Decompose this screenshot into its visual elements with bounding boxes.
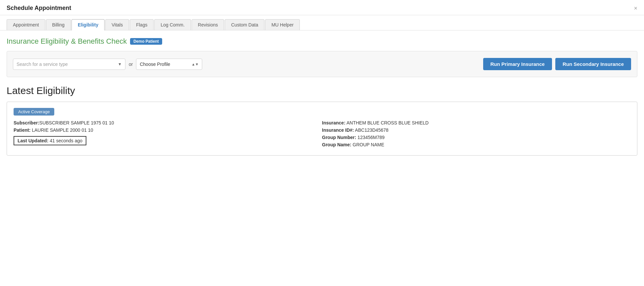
run-primary-insurance-button[interactable]: Run Primary Insurance — [483, 58, 552, 70]
group-name-value: GROUP NAME — [353, 142, 384, 147]
group-name-label: Group Name: — [322, 142, 351, 147]
close-button[interactable]: × — [634, 5, 637, 11]
search-bar-container: Search for a service type ▼ or Choose Pr… — [7, 51, 637, 77]
demo-patient-badge: Demo Patient — [130, 38, 162, 45]
patient-value: LAURIE SAMPLE 2000 01 10 — [32, 127, 93, 133]
insurance-line: Insurance: ANTHEM BLUE CROSS BLUE SHIELD — [322, 120, 630, 125]
eligibility-right-column: Insurance: ANTHEM BLUE CROSS BLUE SHIELD… — [322, 120, 630, 149]
latest-eligibility-section: Latest Eligibility Active Coverage Subsc… — [7, 85, 637, 156]
subscriber-line: Subscriber:SUBSCRIBER SAMPLE 1975 01 10 — [14, 120, 322, 125]
eligibility-body: Subscriber:SUBSCRIBER SAMPLE 1975 01 10 … — [14, 120, 630, 149]
or-label: or — [129, 62, 133, 67]
tab-billing[interactable]: Billing — [46, 19, 71, 30]
group-name-line: Group Name: GROUP NAME — [322, 142, 630, 147]
insurance-label: Insurance: — [322, 120, 345, 125]
tab-log-comm[interactable]: Log Comm. — [154, 19, 191, 30]
service-type-arrow-icon: ▼ — [118, 62, 122, 67]
insurance-value: ANTHEM BLUE CROSS BLUE SHIELD — [346, 120, 429, 125]
group-number-value: 123456M789 — [357, 135, 385, 140]
content-area: Insurance Eligibility & Benefits Check D… — [0, 30, 644, 162]
tab-vitals[interactable]: Vitals — [105, 19, 129, 30]
subscriber-value: SUBSCRIBER SAMPLE 1975 01 10 — [39, 120, 114, 125]
last-updated-value: 41 seconds ago — [50, 138, 82, 143]
tab-appointment[interactable]: Appointment — [7, 19, 45, 30]
tab-flags[interactable]: Flags — [130, 19, 154, 30]
tab-eligibility[interactable]: Eligibility — [71, 19, 105, 30]
patient-line: Patient: LAURIE SAMPLE 2000 01 10 — [14, 127, 322, 133]
group-number-label: Group Number: — [322, 135, 356, 140]
insurance-id-value: ABC123D45678 — [355, 127, 389, 133]
tab-custom-data[interactable]: Custom Data — [225, 19, 264, 30]
eligibility-left-column: Subscriber:SUBSCRIBER SAMPLE 1975 01 10 … — [14, 120, 322, 149]
profile-select-arrows-icon: ▲▼ — [192, 62, 199, 66]
choose-profile-label: Choose Profile — [140, 62, 189, 67]
group-number-line: Group Number: 123456M789 — [322, 135, 630, 140]
section-title-row: Insurance Eligibility & Benefits Check D… — [7, 37, 637, 46]
latest-eligibility-title: Latest Eligibility — [7, 85, 637, 96]
tabs-bar: Appointment Billing Eligibility Vitals F… — [0, 15, 644, 30]
tab-mu-helper[interactable]: MU Helper — [265, 19, 300, 30]
insurance-id-line: Insurance ID#: ABC123D45678 — [322, 127, 630, 133]
run-secondary-insurance-button[interactable]: Run Secondary Insurance — [555, 58, 631, 70]
choose-profile-dropdown[interactable]: Choose Profile ▲▼ — [136, 59, 202, 70]
insurance-id-label: Insurance ID#: — [322, 127, 354, 133]
section-title-text: Insurance Eligibility & Benefits Check — [7, 37, 127, 46]
last-updated-box: Last Updated: 41 seconds ago — [14, 136, 86, 145]
service-type-placeholder: Search for a service type — [17, 62, 116, 67]
active-coverage-badge: Active Coverage — [14, 108, 54, 116]
modal-header: Schedule Appointment × — [0, 0, 644, 15]
modal-title: Schedule Appointment — [7, 5, 71, 12]
last-updated-label: Last Updated: — [18, 138, 48, 143]
subscriber-label: Subscriber: — [14, 120, 39, 125]
tab-revisions[interactable]: Revisions — [192, 19, 224, 30]
service-type-dropdown[interactable]: Search for a service type ▼ — [13, 59, 125, 70]
patient-label: Patient: — [14, 127, 30, 133]
eligibility-card: Active Coverage Subscriber:SUBSCRIBER SA… — [7, 102, 637, 156]
